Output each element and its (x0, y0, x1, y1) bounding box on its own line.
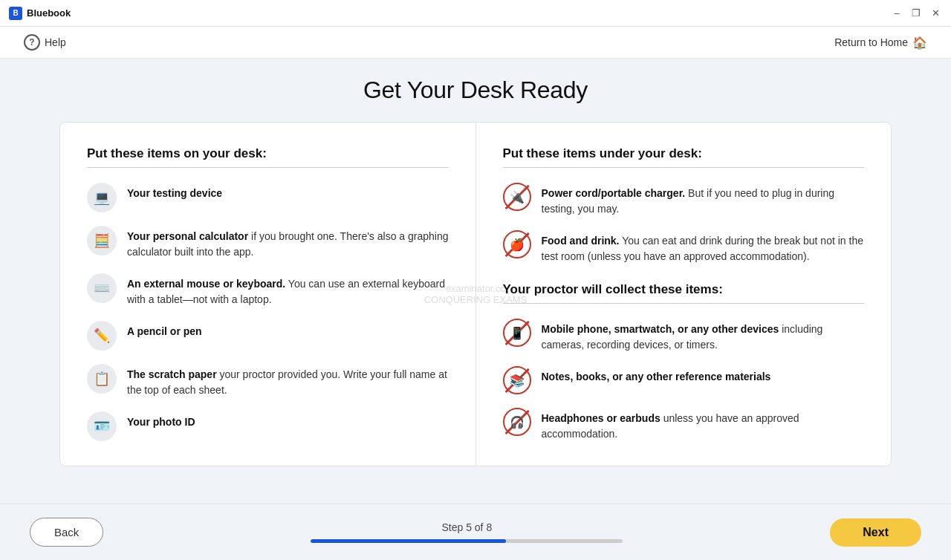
on-desk-list: 💻 Your testing device 🧮 Your personal ca… (87, 183, 449, 441)
item-text-keyboard: An external mouse or keyboard. You can u… (127, 273, 449, 307)
topnav: ? Help Return to Home 🏠 (0, 27, 951, 59)
left-section-title: Put these items on your desk: (87, 146, 449, 161)
list-item: 📱 Mobile phone, smartwatch, or any other… (503, 319, 865, 353)
titlebar-controls[interactable]: – ❐ ✕ (890, 7, 942, 20)
titlebar: B Bluebook – ❐ ✕ (0, 0, 951, 27)
titlebar-left: B Bluebook (9, 7, 71, 20)
item-text-phone: Mobile phone, smartwatch, or any other d… (542, 319, 865, 353)
back-button[interactable]: Back (30, 518, 103, 547)
item-text-books: Notes, books, or any other reference mat… (542, 366, 771, 385)
main-content: Get Your Desk Ready Put these items on y… (0, 59, 951, 466)
under-desk-list: 🔌 Power cord/portable charger. But if yo… (503, 183, 865, 264)
no-food-icon: 🍎 (503, 230, 531, 258)
page-title: Get Your Desk Ready (59, 76, 892, 104)
item-text-calculator: Your personal calculator if you brought … (127, 226, 449, 260)
right-panel: Put these items under your desk: 🔌 Power… (476, 123, 892, 466)
bottom-bar: Back Step 5 of 8 Next (0, 504, 951, 560)
restore-button[interactable]: ❐ (909, 7, 923, 20)
content-card: Put these items on your desk: 💻 Your tes… (59, 122, 892, 466)
right-section-title-proctor: Your proctor will collect these items: (503, 282, 865, 297)
item-text-id: Your photo ID (127, 411, 195, 430)
home-label: Return to Home (834, 36, 908, 48)
list-item: ✏️ A pencil or pen (87, 321, 449, 351)
left-panel: Put these items on your desk: 💻 Your tes… (60, 123, 476, 466)
app-brand: Bluebook (27, 7, 71, 19)
help-icon: ? (24, 34, 40, 51)
right-section-title-under: Put these items under your desk: (503, 146, 865, 161)
help-label: Help (45, 36, 66, 48)
pencil-icon: ✏️ (87, 321, 117, 351)
proctor-collect-list: 📱 Mobile phone, smartwatch, or any other… (503, 319, 865, 442)
paper-icon: 📋 (87, 364, 117, 394)
device-icon: 💻 (87, 183, 117, 212)
item-text-paper: The scratch paper your proctor provided … (127, 364, 449, 398)
list-item: 🪪 Your photo ID (87, 411, 449, 441)
item-text-pencil: A pencil or pen (127, 321, 202, 339)
close-button[interactable]: ✕ (929, 7, 942, 20)
no-books-icon: 📚 (503, 366, 531, 394)
keyboard-icon: ⌨️ (87, 273, 117, 303)
no-phone-icon: 📱 (503, 319, 531, 347)
step-section: Step 5 of 8 (311, 521, 623, 543)
list-item: 📋 The scratch paper your proctor provide… (87, 364, 449, 398)
list-item: ⌨️ An external mouse or keyboard. You ca… (87, 273, 449, 307)
no-power-icon: 🔌 (503, 183, 531, 211)
minimize-button[interactable]: – (890, 7, 903, 20)
item-text-device: Your testing device (127, 183, 222, 201)
home-icon: 🏠 (912, 36, 927, 50)
app-logo: B (9, 7, 22, 20)
home-link[interactable]: Return to Home 🏠 (834, 36, 927, 50)
list-item: 🔌 Power cord/portable charger. But if yo… (503, 183, 865, 217)
item-text-power: Power cord/portable charger. But if you … (542, 183, 865, 217)
next-button[interactable]: Next (830, 518, 921, 547)
no-headphones-icon: 🎧 (503, 408, 531, 436)
calculator-icon: 🧮 (87, 226, 117, 255)
progress-bar-fill (311, 539, 506, 543)
list-item: 🎧 Headphones or earbuds unless you have … (503, 408, 865, 442)
list-item: 🧮 Your personal calculator if you brough… (87, 226, 449, 260)
help-link[interactable]: ? Help (24, 34, 66, 51)
item-text-food: Food and drink. You can eat and drink du… (542, 230, 865, 264)
progress-bar-container (311, 539, 623, 543)
id-icon: 🪪 (87, 411, 117, 441)
item-text-headphones: Headphones or earbuds unless you have an… (542, 408, 865, 442)
step-label: Step 5 of 8 (441, 521, 492, 533)
list-item: 💻 Your testing device (87, 183, 449, 212)
list-item: 📚 Notes, books, or any other reference m… (503, 366, 865, 394)
list-item: 🍎 Food and drink. You can eat and drink … (503, 230, 865, 264)
